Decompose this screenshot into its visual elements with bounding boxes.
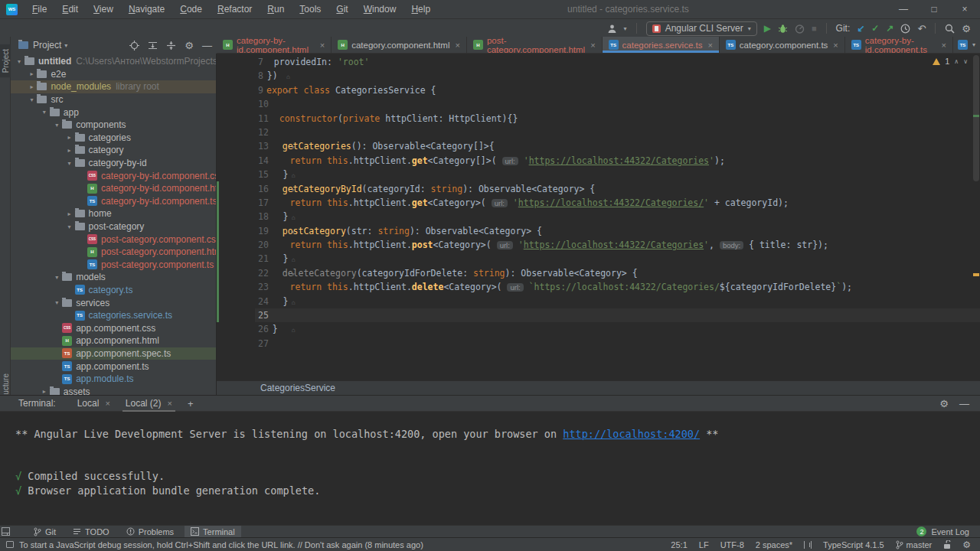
tree-row[interactable]: TSapp.component.ts	[11, 360, 216, 373]
toolwindow-button-terminal[interactable]: Terminal	[185, 526, 241, 538]
tree-row[interactable]: ▸categories	[11, 132, 216, 145]
error-stripe-change-mark[interactable]	[973, 115, 979, 117]
editor-tab[interactable]: TScategory-by-id.component.ts×	[845, 37, 953, 53]
tree-row[interactable]: TScategory.ts	[11, 284, 216, 297]
tab-close-icon[interactable]: ×	[942, 41, 946, 50]
tree-row[interactable]: ▸assets	[11, 385, 216, 395]
terminal-tab[interactable]: Local×	[70, 395, 118, 412]
status-message[interactable]: To start a JavaScript debug session, hol…	[6, 540, 423, 549]
git-commit-icon[interactable]: ✓	[871, 23, 879, 34]
tree-chevron-icon[interactable]: ▾	[51, 274, 62, 281]
history-clock-icon[interactable]	[900, 24, 910, 34]
event-log-button[interactable]: 2 Event Log	[916, 527, 980, 536]
tree-row[interactable]: CSSpost-category.component.css	[11, 233, 216, 246]
fold-marker-icon[interactable]: ⌂	[292, 299, 296, 306]
tree-row[interactable]: ▾services	[11, 296, 216, 309]
expand-all-icon[interactable]	[148, 41, 158, 51]
close-button[interactable]: ×	[949, 4, 980, 15]
settings-gear-icon[interactable]: ⚙	[962, 24, 971, 34]
debug-button[interactable]	[778, 24, 788, 34]
run-configuration-select[interactable]: Angular CLI Server ▾	[646, 21, 757, 36]
git-push-icon[interactable]: ↗	[886, 23, 893, 34]
typescript-version[interactable]: TypeScript 4.1.5	[823, 540, 884, 549]
fold-marker-icon[interactable]: ⌂	[292, 327, 296, 334]
tree-row[interactable]: ▾untitledC:\Users\Антон\WebstormProjects…	[11, 55, 216, 68]
tab-close-icon[interactable]: ×	[833, 41, 838, 50]
terminal-link[interactable]: http://localhost:4200/	[563, 428, 700, 440]
terminal-tab-close-icon[interactable]: ×	[168, 399, 172, 408]
terminal-tab[interactable]: Local (2)×	[118, 395, 180, 412]
editor-tab[interactable]: Hpost-category.component.html×	[467, 37, 603, 53]
tree-row[interactable]: TSapp.module.ts	[11, 373, 216, 386]
tree-row[interactable]: ▸category	[11, 144, 216, 157]
tab-close-icon[interactable]: ×	[590, 41, 595, 50]
tab-close-icon[interactable]: ×	[320, 41, 325, 50]
editor-tab[interactable]: TScategory.component.ts×	[720, 37, 845, 53]
tree-row[interactable]: TScategory-by-id.component.ts	[11, 195, 216, 208]
menu-window[interactable]: Window	[357, 2, 403, 17]
profiler-button[interactable]	[795, 24, 805, 34]
menu-help[interactable]: Help	[404, 2, 437, 17]
next-warning-icon[interactable]: ∨	[963, 58, 968, 65]
tree-chevron-icon[interactable]: ▾	[64, 223, 75, 230]
lock-icon[interactable]	[943, 540, 951, 549]
tree-chevron-icon[interactable]: ▸	[64, 147, 75, 154]
locate-file-icon[interactable]	[129, 41, 139, 51]
menu-navigate[interactable]: Navigate	[122, 2, 172, 17]
tree-row[interactable]: ▸home	[11, 207, 216, 220]
tree-chevron-icon[interactable]: ▾	[64, 160, 75, 167]
tree-row[interactable]: ▾components	[11, 119, 216, 132]
inspections-widget[interactable]: 1 ∧ ∨	[933, 57, 968, 66]
tree-chevron-icon[interactable]: ▸	[26, 83, 37, 90]
menu-run[interactable]: Run	[260, 2, 291, 17]
search-everywhere-icon[interactable]	[945, 24, 955, 34]
error-stripe-warning-mark[interactable]	[973, 273, 979, 276]
prev-warning-icon[interactable]: ∧	[954, 58, 959, 65]
tree-chevron-icon[interactable]: ▸	[26, 70, 37, 77]
toolwindow-button-git[interactable]: Git	[28, 526, 62, 538]
tree-row[interactable]: TSapp.component.spec.ts	[11, 347, 216, 360]
terminal-tab-close-icon[interactable]: ×	[105, 399, 109, 408]
hide-panel-icon[interactable]: —	[202, 41, 212, 51]
stop-button[interactable]: ■	[812, 24, 817, 33]
minimize-button[interactable]: —	[888, 4, 919, 15]
tree-chevron-icon[interactable]: ▾	[39, 109, 50, 116]
more-tabs-chevron-icon[interactable]: ▾	[972, 41, 975, 48]
tree-chevron-icon[interactable]: ▾	[51, 299, 62, 306]
tree-row[interactable]: Happ.component.html	[11, 334, 216, 347]
file-encoding[interactable]: UTF-8	[720, 540, 744, 549]
tree-row[interactable]: Hpost-category.component.html	[11, 246, 216, 259]
tab-close-icon[interactable]: ×	[707, 41, 712, 50]
menu-tools[interactable]: Tools	[292, 2, 328, 17]
tree-chevron-icon[interactable]: ▾	[51, 122, 62, 129]
project-view-selector[interactable]: Project	[33, 40, 61, 51]
tree-row[interactable]: ▸node_moduleslibrary root	[11, 80, 216, 93]
stripe-tab-project[interactable]: Project	[0, 44, 11, 77]
tree-chevron-icon[interactable]: ▾	[26, 96, 37, 103]
chevron-down-icon[interactable]: ▾	[64, 42, 67, 49]
tree-row[interactable]: ▾app	[11, 106, 216, 119]
menu-git[interactable]: Git	[329, 2, 354, 17]
toolwindow-button-todo[interactable]: TODO	[67, 526, 116, 538]
tree-row[interactable]: ▾post-category	[11, 220, 216, 233]
fold-marker-icon[interactable]: ⌂	[292, 256, 296, 263]
toolwindow-button-problems[interactable]: Problems	[120, 526, 180, 538]
tree-row[interactable]: ▸e2e	[11, 68, 216, 81]
menu-refactor[interactable]: Refactor	[211, 2, 259, 17]
terminal-output[interactable]: ** Angular Live Development Server is li…	[0, 412, 980, 525]
tree-chevron-icon[interactable]: ▸	[64, 134, 75, 141]
tree-row[interactable]: CSSapp.component.css	[11, 321, 216, 334]
editor-tab[interactable]: TScategories.service.ts×	[603, 37, 720, 53]
terminal-settings-gear-icon[interactable]: ⚙	[939, 399, 949, 409]
tree-chevron-icon[interactable]: ▸	[39, 388, 50, 395]
indent-setting[interactable]: 2 spaces*	[756, 540, 792, 549]
tree-row[interactable]: ▾models	[11, 271, 216, 284]
highlighting-level-icon[interactable]: ⚙	[962, 540, 971, 549]
tree-row[interactable]: CSScategory-by-id.component.css	[11, 169, 216, 182]
tree-chevron-icon[interactable]: ▸	[64, 210, 75, 217]
menu-code[interactable]: Code	[173, 2, 209, 17]
caret-position[interactable]: 25:1	[671, 540, 687, 549]
tab-close-icon[interactable]: ×	[455, 41, 459, 50]
editor-tab[interactable]: Hcategory-by-id.component.html×	[217, 37, 332, 53]
collapse-all-icon[interactable]	[166, 41, 176, 51]
